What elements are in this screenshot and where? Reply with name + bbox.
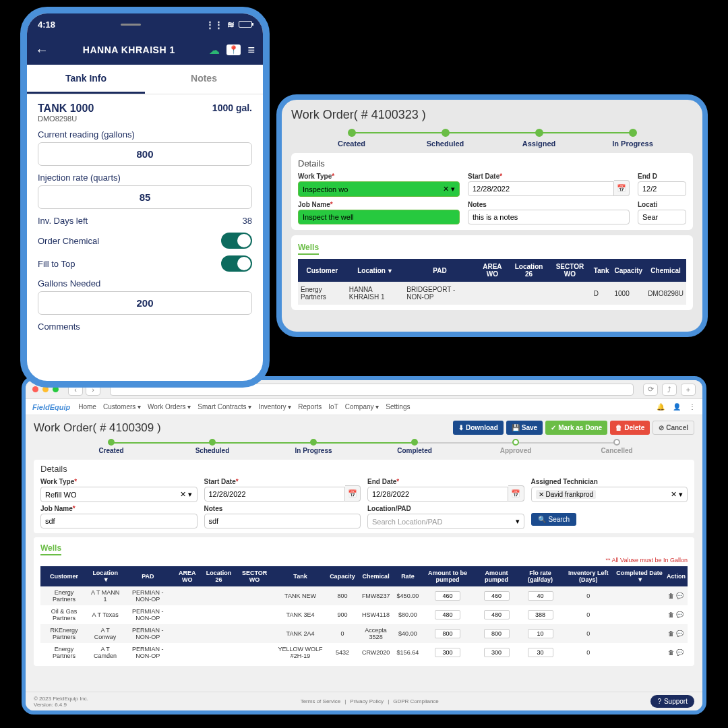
amount-input[interactable] <box>435 591 460 601</box>
comment-icon[interactable]: 💬 <box>676 649 684 656</box>
phone-statusbar: 4:18 ⋮⋮ ≋ <box>27 13 263 35</box>
calendar-icon[interactable]: 📅 <box>508 485 524 502</box>
desk-notes[interactable]: sdf <box>204 514 361 528</box>
save-button[interactable]: 💾Save <box>506 421 543 435</box>
support-button[interactable]: ?Support <box>650 695 694 708</box>
cloud-icon[interactable]: ☁ <box>209 44 220 57</box>
amount-input[interactable] <box>484 629 510 638</box>
notes-input[interactable]: this is a notes <box>468 210 630 224</box>
amount-input[interactable] <box>484 648 510 657</box>
label-start-date: Start Date <box>468 173 499 180</box>
desk-location-select[interactable]: Search Location/PAD▾ <box>367 514 524 529</box>
job-name-input[interactable]: Inspect the well <box>298 210 460 224</box>
help-icon: ? <box>657 698 661 705</box>
comment-icon[interactable]: 💬 <box>676 630 684 637</box>
kebab-menu-icon[interactable]: ⋮ <box>689 403 696 411</box>
calendar-icon[interactable]: 📅 <box>614 180 630 196</box>
check-icon: ✓ <box>551 424 556 431</box>
nav-item[interactable]: Home <box>78 403 96 411</box>
new-tab-icon[interactable]: + <box>681 384 696 396</box>
label-comments: Comments <box>38 322 252 332</box>
nav-item[interactable]: Customers ▾ <box>103 403 141 411</box>
hamburger-menu-icon[interactable]: ≡ <box>247 43 255 57</box>
calendar-icon[interactable]: 📅 <box>345 485 361 502</box>
mark-done-button[interactable]: ✓Mark as Done <box>545 421 607 435</box>
desktop-details-card: Details Work Type*Refill WO✕ ▾ Start Dat… <box>34 460 694 533</box>
phone-header: ← HANNA KHRAISH 1 ☁ 📍 ≡ <box>27 35 263 65</box>
cancel-button[interactable]: ⊘Cancel <box>653 421 694 435</box>
order-chemical-toggle[interactable] <box>221 233 252 249</box>
step-assigned: Assigned <box>492 140 586 148</box>
current-reading-input[interactable]: 800 <box>38 142 252 166</box>
amount-input[interactable] <box>484 591 510 601</box>
gallon-note: ** All Valuse must be In Gallon <box>40 557 688 564</box>
nav-item[interactable]: IoT <box>328 403 338 411</box>
desktop-work-order-title: Work Order( # 4100309 ) <box>34 421 161 435</box>
close-window-icon[interactable] <box>32 386 38 392</box>
work-type-select[interactable]: Inspection wo✕ ▾ <box>298 181 460 197</box>
trash-icon[interactable]: 🗑 <box>668 630 674 637</box>
comment-icon[interactable]: 💬 <box>676 593 684 599</box>
search-button[interactable]: 🔍Search <box>531 513 577 526</box>
amount-input[interactable] <box>435 610 460 619</box>
nav-item[interactable]: Settings <box>386 403 410 411</box>
tablet-wells-table: CustomerLocation▼PADAREA WOLocation 26SE… <box>298 259 686 305</box>
bell-icon[interactable]: 🔔 <box>657 403 665 411</box>
amount-input[interactable] <box>435 629 460 638</box>
nav-item[interactable]: Reports <box>298 403 322 411</box>
nav-item[interactable]: Company ▾ <box>345 403 380 411</box>
trash-icon: 🗑 <box>615 424 622 431</box>
desk-job-name[interactable]: sdf <box>40 514 198 528</box>
footer-link[interactable]: GDPR Compliance <box>393 698 439 704</box>
desktop-stepper: Created Scheduled In Progress Completed … <box>34 435 694 456</box>
table-row: Oil & Gas PartnersA T TexasPERMIAN - NON… <box>40 605 688 624</box>
comment-icon[interactable]: 💬 <box>676 611 684 618</box>
table-row: Energy PartnersA T MANN 1PERMIAN - NON-O… <box>40 586 688 605</box>
trash-icon[interactable]: 🗑 <box>668 593 674 599</box>
trash-icon[interactable]: 🗑 <box>668 611 674 618</box>
phone-frame: 4:18 ⋮⋮ ≋ ← HANNA KHRAISH 1 ☁ 📍 ≡ Tank I… <box>20 7 270 388</box>
gallons-needed-input[interactable]: 200 <box>38 291 252 315</box>
search-icon: 🔍 <box>538 516 546 523</box>
amount-input[interactable] <box>528 591 553 601</box>
injection-rate-input[interactable]: 85 <box>38 185 252 209</box>
fill-to-top-toggle[interactable] <box>221 255 252 272</box>
user-avatar-icon[interactable]: 👤 <box>673 403 681 411</box>
nav-item[interactable]: Smart Contracts ▾ <box>198 403 251 411</box>
label-current-reading: Current reading (gallons) <box>38 129 252 140</box>
delete-button[interactable]: 🗑Delete <box>610 421 650 435</box>
download-button[interactable]: ⬇Download <box>453 421 504 435</box>
desk-work-type-select[interactable]: Refill WO✕ ▾ <box>40 487 198 502</box>
amount-input[interactable] <box>435 648 460 657</box>
location-input[interactable]: Sear <box>638 210 686 224</box>
amount-input[interactable] <box>528 610 553 619</box>
amount-input[interactable] <box>484 610 510 619</box>
refresh-icon[interactable]: ⟳ <box>643 384 658 396</box>
desk-start-date[interactable]: 12/28/2022 <box>204 487 345 502</box>
start-date-input[interactable]: 12/28/2022 <box>468 181 614 196</box>
trash-icon[interactable]: 🗑 <box>668 649 674 656</box>
tab-tank-info[interactable]: Tank Info <box>27 65 145 94</box>
end-date-input[interactable]: 12/2 <box>638 181 686 196</box>
wifi-icon: ⋮⋮ <box>206 20 223 30</box>
step-progress: In Progress <box>586 140 679 148</box>
dl-start: Start Date <box>204 478 236 485</box>
desk-tech-select[interactable]: ✕ David frankprod✕ ▾ <box>531 487 688 502</box>
footer-link[interactable]: Terms of Service <box>301 698 341 704</box>
nav-item[interactable]: Work Orders ▾ <box>148 403 191 411</box>
desk-end-date[interactable]: 12/28/2022 <box>367 487 508 502</box>
tab-notes[interactable]: Notes <box>145 65 263 94</box>
label-work-type: Work Type <box>298 173 332 180</box>
amount-input[interactable] <box>528 648 553 657</box>
copyright: © 2023 FieldEquip Inc. <box>34 696 88 702</box>
footer-link[interactable]: Privacy Policy <box>350 698 384 704</box>
map-pin-icon[interactable]: 📍 <box>226 44 241 55</box>
desktop-wells-table: CustomerLocation ▼PADAREA WOLocation 26S… <box>40 566 688 662</box>
share-icon[interactable]: ⤴ <box>662 384 677 396</box>
battery-icon <box>239 21 252 28</box>
amount-input[interactable] <box>528 629 553 638</box>
wells-title: Wells <box>298 241 319 255</box>
nav-item[interactable]: Inventory ▾ <box>258 403 291 411</box>
logo[interactable]: FieldEquip <box>32 403 70 411</box>
back-arrow-icon[interactable]: ← <box>35 42 49 58</box>
